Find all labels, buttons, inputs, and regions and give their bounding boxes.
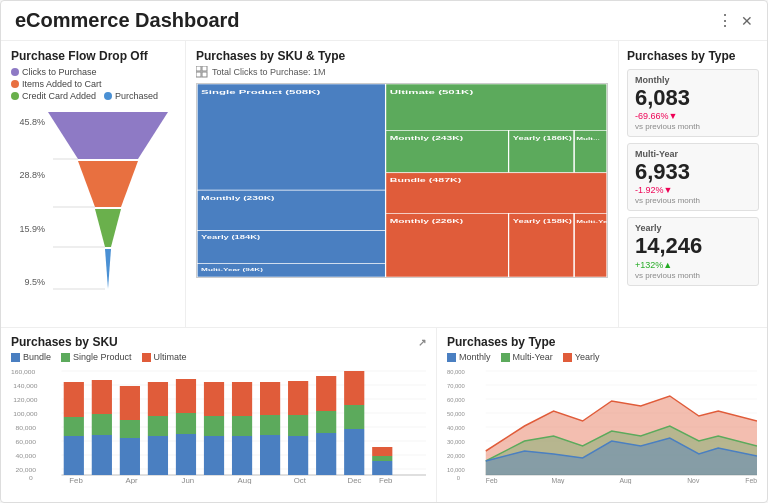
svg-marker-3 (105, 249, 111, 289)
svg-rect-66 (176, 434, 196, 475)
svg-rect-71 (204, 382, 224, 416)
treemap-svg: Single Product (508K) Monthly (230K) Yea… (197, 84, 607, 277)
svg-rect-54 (64, 436, 84, 475)
bundle-legend-label: Bundle (23, 352, 51, 362)
svg-text:80,000: 80,000 (447, 369, 465, 375)
type-area-svg: 80,000 70,000 60,000 50,000 40,000 30,00… (447, 366, 757, 484)
type-chart-panel: Purchases by Type Monthly Multi-Year Yea… (437, 328, 767, 502)
svg-text:20,000: 20,000 (447, 453, 465, 459)
type-area-chart: 80,000 70,000 60,000 50,000 40,000 30,00… (447, 366, 757, 484)
svg-text:60,000: 60,000 (15, 438, 36, 445)
svg-text:Multi-Year (94K): Multi-Year (94K) (201, 268, 263, 273)
svg-rect-59 (92, 380, 112, 414)
svg-rect-56 (64, 382, 84, 417)
cc-dot (11, 92, 19, 100)
dashboard: eCommerce Dashboard ⋮ ✕ Purchase Flow Dr… (0, 0, 768, 503)
sku-chart-title-row: Purchases by SKU ↗ (11, 335, 426, 349)
purchased-dot (104, 92, 112, 100)
cart-dot (11, 80, 19, 88)
sku-subtitle: Total Clicks to Purchase: 1M (196, 66, 608, 78)
sku-chart-legend: Bundle Single Product Ultimate (11, 352, 426, 362)
metric-yearly-label: Yearly (635, 223, 751, 233)
metric-yearly-value: 14,246 (635, 234, 751, 258)
svg-text:Multi-Ye...: Multi-Ye... (576, 219, 607, 223)
svg-rect-73 (232, 416, 252, 436)
svg-text:50,000: 50,000 (447, 411, 465, 417)
svg-rect-61 (120, 420, 140, 438)
svg-text:Bundle (487K): Bundle (487K) (390, 178, 462, 184)
type-chart-title-row: Purchases by Type (447, 335, 757, 349)
funnel-chart: 45.8% 28.8% 15.9% 9.5% (11, 107, 175, 297)
ultimate-legend-label: Ultimate (154, 352, 187, 362)
legend-purchased: Purchased (104, 91, 158, 101)
svg-text:80,000: 80,000 (15, 424, 36, 431)
legend-monthly-type: Monthly (447, 352, 491, 362)
svg-text:20,000: 20,000 (15, 466, 36, 473)
svg-rect-69 (204, 436, 224, 475)
yearly-sq (563, 353, 572, 362)
ultimate-sq (142, 353, 151, 362)
svg-text:Feb: Feb (379, 476, 393, 484)
metric-yearly: Yearly 14,246 +132%▲ vs previous month (627, 217, 759, 285)
svg-rect-87 (372, 461, 392, 475)
funnel-label-3: 9.5% (11, 277, 49, 287)
svg-text:Ultimate (501K): Ultimate (501K) (390, 89, 474, 95)
svg-text:30,000: 30,000 (447, 439, 465, 445)
yearly-type-label: Yearly (575, 352, 600, 362)
svg-rect-65 (148, 382, 168, 416)
sku-bar-svg: 160,000 140,000 120,000 100,000 80,000 6… (11, 366, 426, 484)
svg-rect-85 (344, 405, 364, 429)
svg-rect-81 (316, 433, 336, 475)
header-actions: ⋮ ✕ (717, 11, 753, 30)
purchases-by-type-title: Purchases by Type (627, 49, 759, 63)
svg-text:160,000: 160,000 (11, 368, 36, 375)
metric-multiyear: Multi-Year 6,933 -1.92%▼ vs previous mon… (627, 143, 759, 211)
more-icon[interactable]: ⋮ (717, 11, 733, 30)
svg-rect-8 (196, 66, 201, 71)
svg-rect-74 (232, 382, 252, 416)
svg-text:Monthly (243K): Monthly (243K) (390, 136, 464, 141)
monthly-sq (447, 353, 456, 362)
clicks-dot (11, 68, 19, 76)
funnel-svg (43, 107, 173, 297)
svg-rect-83 (316, 376, 336, 411)
svg-marker-1 (78, 161, 138, 207)
close-icon[interactable]: ✕ (741, 13, 753, 29)
svg-rect-70 (204, 416, 224, 436)
metric-monthly: Monthly 6,083 -69.66%▼ vs previous month (627, 69, 759, 137)
funnel-label-2: 15.9% (11, 224, 49, 234)
sku-type-panel: Purchases by SKU & Type Total Clicks to … (186, 41, 619, 327)
metric-yearly-change: +132%▲ (635, 260, 751, 270)
svg-rect-57 (92, 435, 112, 475)
export-icon[interactable]: ↗ (418, 337, 426, 348)
svg-text:140,000: 140,000 (13, 382, 38, 389)
svg-text:Feb: Feb (69, 476, 83, 484)
metric-monthly-value: 6,083 (635, 86, 751, 110)
treemap: Single Product (508K) Monthly (230K) Yea… (196, 83, 608, 278)
svg-text:0: 0 (29, 474, 33, 481)
svg-rect-88 (372, 456, 392, 461)
purchase-flow-panel: Purchase Flow Drop Off Clicks to Purchas… (1, 41, 186, 327)
svg-text:Nov: Nov (687, 477, 700, 484)
svg-text:May: May (552, 477, 565, 484)
svg-rect-82 (316, 411, 336, 433)
svg-rect-76 (260, 415, 280, 435)
svg-marker-0 (48, 112, 168, 159)
funnel-label-0: 45.8% (11, 117, 49, 127)
svg-rect-77 (260, 382, 280, 415)
multiyear-type-label: Multi-Year (513, 352, 553, 362)
funnel-labels: 45.8% 28.8% 15.9% 9.5% (11, 107, 49, 297)
purchase-flow-legend: Clicks to Purchase Items Added to Cart C… (11, 67, 175, 101)
metric-multiyear-change: -1.92%▼ (635, 185, 751, 195)
legend-credit-card: Credit Card Added (11, 91, 96, 101)
svg-rect-12 (197, 84, 386, 190)
svg-text:Apr: Apr (125, 476, 138, 484)
legend-clicks: Clicks to Purchase (11, 67, 97, 77)
svg-text:40,000: 40,000 (15, 452, 36, 459)
cart-label: Items Added to Cart (22, 79, 102, 89)
svg-rect-68 (176, 379, 196, 413)
svg-rect-11 (202, 72, 207, 77)
header: eCommerce Dashboard ⋮ ✕ (1, 1, 767, 41)
svg-text:Monthly (230K): Monthly (230K) (201, 196, 275, 201)
purchases-by-type-panel: Purchases by Type Monthly 6,083 -69.66%▼… (619, 41, 767, 327)
